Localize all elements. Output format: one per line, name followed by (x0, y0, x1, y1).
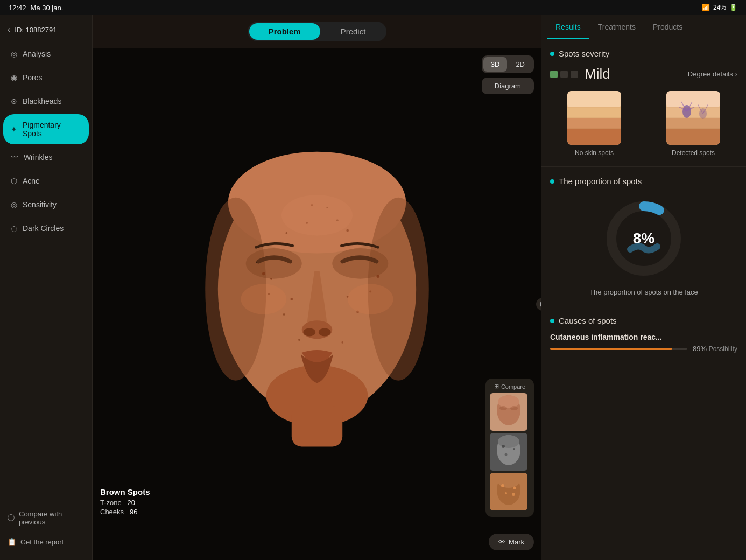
severity-label: Mild (585, 66, 610, 82)
mark-button[interactable]: 👁 Mark (489, 534, 534, 550)
sidebar-item-pores[interactable]: ◉ Pores (3, 67, 89, 88)
svg-rect-5 (292, 405, 342, 446)
svg-rect-50 (567, 91, 621, 107)
cube-no-spots-visual (567, 91, 621, 145)
svg-point-20 (283, 313, 285, 316)
sensitivity-icon: ◎ (11, 200, 17, 209)
face-area: 3D 2D Diagram ⊞ Compare (93, 48, 541, 560)
severity-row: Mild Degree details › (550, 66, 737, 82)
spots-title: Brown Spots (100, 487, 150, 496)
get-report-button[interactable]: 📋 Get the report (0, 533, 92, 551)
compare-thumb-3[interactable] (490, 473, 527, 510)
causes-section: Causes of spots Cutaneous inflammation r… (541, 306, 746, 362)
spots-info: Brown Spots T-zone 20 Cheeks 96 (100, 487, 150, 517)
compare-label: Compare with previous (19, 510, 85, 526)
status-bar: 12:42 Ma 30 jan. 📶 24% 🔋 (0, 0, 746, 15)
collapse-arrow[interactable]: ▶ (536, 298, 541, 311)
sidebar: ‹ ID: 10882791 ◎ Analysis ◉ Pores ⊗ Blac… (0, 15, 93, 560)
sidebar-label-analysis: Analysis (23, 50, 51, 58)
svg-point-13 (377, 275, 380, 278)
status-left: 12:42 Ma 30 jan. (9, 4, 63, 12)
sidebar-label-dark-circles: Dark Circles (23, 224, 64, 233)
cause-percentage-1: 89% Possibility (693, 345, 737, 353)
svg-point-46 (513, 487, 516, 489)
tab-products[interactable]: Products (644, 15, 691, 39)
pigmentary-spots-icon: ✦ (11, 125, 17, 134)
compare-thumb-2[interactable] (490, 433, 527, 471)
sidebar-header: ‹ ID: 10882791 (0, 20, 92, 42)
sidebar-label-blackheads: Blackheads (23, 97, 61, 106)
spots-severity-section: Spots severity Mild Degree details › (541, 39, 746, 167)
app-container: ‹ ID: 10882791 ◎ Analysis ◉ Pores ⊗ Blac… (0, 15, 746, 560)
blackheads-icon: ⊗ (11, 97, 17, 106)
cube-no-spots: No skin spots (550, 91, 638, 157)
problem-toggle-button[interactable]: Problem (249, 23, 320, 40)
causes-title: Causes of spots (550, 316, 737, 325)
report-icon: 📋 (8, 538, 16, 546)
patient-id: ID: 10882791 (15, 26, 57, 34)
severity-dot-3 (571, 71, 578, 78)
toggle-pill: Problem Predict (248, 22, 387, 41)
svg-point-35 (510, 406, 518, 410)
tab-treatments[interactable]: Treatments (589, 15, 644, 39)
sidebar-item-pigmentary-spots[interactable]: ✦ Pigmentary Spots (3, 114, 89, 144)
svg-rect-51 (567, 107, 621, 118)
compare-panel: ⊞ Compare (485, 379, 534, 517)
compare-previous-button[interactable]: ⓘ Compare with previous (0, 503, 92, 533)
tab-results[interactable]: Results (547, 15, 589, 39)
svg-point-7 (332, 248, 388, 279)
battery-text: 24% (713, 4, 726, 11)
svg-point-44 (498, 475, 519, 488)
compare-thumb-1[interactable] (490, 393, 527, 431)
svg-point-38 (498, 435, 519, 448)
cube-detected-spots-label: Detected spots (672, 149, 715, 157)
diagram-button[interactable]: Diagram (482, 78, 534, 94)
predict-toggle-button[interactable]: Predict (321, 23, 385, 40)
wrinkles-icon: 〰 (11, 153, 18, 162)
spots-cheeks-value: 96 (130, 508, 137, 516)
right-panel: Results Treatments Products Spots severi… (541, 15, 746, 560)
spots-cheeks-label: Cheeks (100, 508, 124, 516)
severity-dot-2 (560, 71, 568, 78)
degree-details-button[interactable]: Degree details › (688, 70, 737, 78)
svg-point-45 (501, 484, 504, 487)
svg-point-10 (319, 328, 331, 336)
cause-row-1: Cutaneous inflammation reac... 89% Possi… (550, 333, 737, 353)
top-toggle-area: Problem Predict (93, 15, 541, 48)
wifi-icon: 📶 (702, 4, 710, 11)
sidebar-item-sensitivity[interactable]: ◎ Sensitivity (3, 194, 89, 215)
sidebar-item-analysis[interactable]: ◎ Analysis (3, 43, 89, 65)
svg-point-6 (246, 248, 302, 279)
svg-point-15 (346, 229, 349, 232)
svg-point-14 (285, 232, 287, 234)
cause-bar-track-1 (550, 348, 687, 350)
cause-bar-fill-1 (550, 348, 672, 350)
severity-dots (550, 71, 578, 78)
svg-point-47 (505, 492, 507, 494)
proportion-title: The proportion of spots (550, 177, 642, 186)
svg-point-34 (499, 406, 507, 410)
spots-tzone-label: T-zone (100, 499, 122, 507)
view-3d-button[interactable]: 3D (483, 57, 508, 72)
section-dot-proportion (550, 179, 554, 184)
compare-icon-small: ⊞ (494, 383, 499, 390)
compare-icon: ⓘ (8, 513, 15, 523)
donut-center-percentage: 8% (633, 230, 654, 247)
sidebar-item-acne[interactable]: ⬡ Acne (3, 170, 89, 192)
section-dot-severity (550, 52, 554, 56)
sidebar-item-blackheads[interactable]: ⊗ Blackheads (3, 90, 89, 112)
svg-rect-53 (567, 129, 621, 145)
right-tabs: Results Treatments Products (541, 15, 746, 39)
cause-name-1: Cutaneous inflammation reac... (550, 333, 737, 341)
svg-point-28 (241, 284, 286, 314)
svg-point-48 (512, 493, 515, 496)
dark-circles-icon: ◌ (11, 224, 17, 233)
compare-title: ⊞ Compare (490, 383, 530, 390)
sidebar-item-wrinkles[interactable]: 〰 Wrinkles (3, 146, 89, 168)
proportion-description: The proportion of spots on the face (589, 288, 698, 296)
cause-bar-row-1: 89% Possibility (550, 345, 737, 353)
sidebar-item-dark-circles[interactable]: ◌ Dark Circles (3, 218, 89, 239)
spots-severity-title: Spots severity (550, 49, 737, 58)
view-2d-button[interactable]: 2D (508, 57, 532, 72)
back-arrow-icon[interactable]: ‹ (8, 25, 10, 34)
